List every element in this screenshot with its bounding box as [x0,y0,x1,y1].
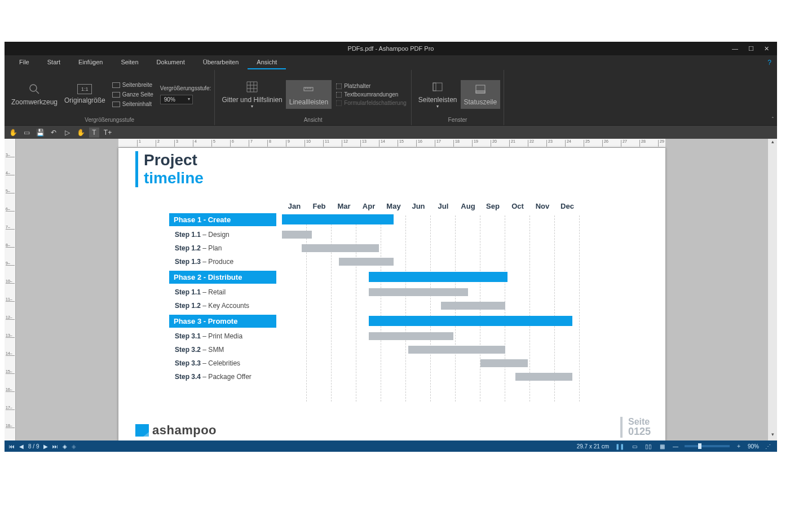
gantt-step-row: Step 1.2 – Plan [169,242,643,254]
prev-page-button[interactable]: ◀ [19,443,24,450]
page[interactable]: Project timeline JanFebMarAprMayJunJulAu… [118,148,665,440]
close-button[interactable]: ✕ [764,45,769,52]
quick-toolbar: ✋ ▭ 💾 ↶ ▷ ✋ T T+ [5,125,777,139]
view-mode-3-button[interactable]: ▯▯ [643,443,654,450]
month-header: Mar [332,202,356,210]
rulers-button[interactable]: Lineallleisten [286,80,332,108]
svg-rect-3 [433,83,442,91]
maximize-button[interactable]: ☐ [748,45,754,52]
gantt-phase-row: Phase 2 - Distribute [169,269,643,285]
canvas[interactable]: Project timeline JanFebMarAprMayJunJulAu… [16,148,768,440]
save-button[interactable]: 💾 [35,127,45,138]
gantt-bar [282,231,312,239]
textbox-borders-toggle[interactable]: Textboxumrandungen [335,91,408,98]
page-width-icon [112,82,120,88]
resize-grip-icon[interactable]: ⋰ [764,443,773,450]
nav-fwd-button[interactable]: ◈ [72,443,76,450]
zoom-in-button[interactable]: ＋ [734,442,743,450]
whole-page-icon [112,92,120,98]
minimize-button[interactable]: — [732,45,738,52]
last-page-button[interactable]: ⏭ [52,443,58,450]
month-header: Aug [456,202,480,210]
menu-item-start[interactable]: Start [38,56,69,69]
grid-icon [245,80,259,94]
menu-item-seiten[interactable]: Seiten [112,56,147,69]
text-tool-button[interactable]: T [89,127,99,138]
svg-rect-4 [433,83,436,91]
side-panel-icon [431,80,444,94]
scroll-down-icon[interactable]: ▾ [768,431,777,440]
gantt-step-row: Step 1.2 – Key Accounts [169,299,643,312]
first-page-button[interactable]: ⏮ [9,443,15,450]
zoom-out-button[interactable]: — [671,443,680,450]
svg-point-0 [30,85,37,91]
svg-rect-2 [304,87,313,91]
gantt-bar [441,302,505,310]
month-header: Nov [530,202,555,210]
undo-button[interactable]: ↶ [48,127,59,138]
original-size-button[interactable]: 1:1 Originalgröße [61,82,109,107]
gantt-phase-row: Phase 3 - Promote [169,313,643,329]
month-header: Jun [406,202,431,210]
next-page-button[interactable]: ▶ [43,443,48,450]
nav-back-button[interactable]: ◈ [63,443,67,450]
statusbar: ⏮ ◀ 8 / 9 ▶ ⏭ ◈ ◈ 29.7 x 21 cm ❚❚ ▭ ▯▯ ▦… [5,440,777,452]
page-content-icon [112,102,120,107]
ribbon-group-label: Ansicht [218,116,407,125]
gantt-step-row: Step 1.3 – Produce [169,256,643,268]
menu-item-dokument[interactable]: Dokument [148,56,194,69]
svg-line-1 [36,91,39,94]
page-width-button[interactable]: Seitenbreite [111,81,155,89]
gantt-step-row: Step 3.1 – Print Media [169,330,643,342]
vertical-ruler: 3–4–5–6–7–8–9–10–11–12–13–14–15–16–17–18… [5,139,16,440]
gantt-bar [515,373,572,381]
menu-item-file[interactable]: File [10,56,38,69]
menu-item-überarbeiten[interactable]: Überarbeiten [194,56,248,69]
grid-guides-button[interactable]: Gitter und Hilfslinien▾ [218,78,285,112]
pan-tool-button[interactable]: ✋ [76,127,86,138]
zoom-tool-button[interactable]: Zoomwerkzeug [8,80,61,108]
scroll-up-icon[interactable]: ▴ [768,139,777,148]
menu-item-ansicht[interactable]: Ansicht [248,56,286,69]
month-header: Oct [505,202,530,210]
ashampoo-icon [135,424,149,437]
gantt-bar [369,316,572,326]
page-dimensions: 29.7 x 21 cm [577,443,609,450]
zoom-level-label: Vergrößerungsstufe: [160,85,211,91]
status-line-button[interactable]: Statuszeile [461,80,501,108]
view-mode-4-button[interactable]: ▦ [658,443,667,450]
view-mode-1-button[interactable]: ❚❚ [614,443,626,450]
placeholder-toggle[interactable]: Platzhalter [335,82,408,90]
text-add-button[interactable]: T+ [103,127,113,138]
menu-item-einfügen[interactable]: Einfügen [69,56,112,69]
one-to-one-icon: 1:1 [77,84,92,94]
gantt-step-row: Step 3.4 – Package Offer [169,371,643,383]
hand-tool-button[interactable]: ✋ [8,127,18,138]
status-line-icon [474,82,487,96]
page-content-button[interactable]: Seiteninhalt [111,100,155,108]
ruler-icon [302,82,315,96]
vertical-scrollbar[interactable]: ▴ ▾ [768,139,777,440]
form-shading-toggle[interactable]: Formularfeldschattierung [335,99,408,107]
gantt-phase-row: Phase 1 - Create [169,212,643,227]
pointer-tool-button[interactable]: ▷ [62,127,72,138]
month-header: Feb [307,202,332,210]
gantt-chart: JanFebMarAprMayJunJulAugSepOctNovDec Pha… [169,202,643,383]
whole-page-button[interactable]: Ganze Seite [111,90,155,99]
month-header: May [381,202,406,210]
footer-page-number: Seite 0125 [620,417,651,438]
side-panels-button[interactable]: Seitenleisten▾ [415,78,461,112]
svg-rect-6 [476,91,485,93]
gantt-bar [302,244,378,252]
ribbon-collapse-button[interactable]: ˆ [772,117,774,123]
zoom-level-select[interactable]: 90% [160,95,193,104]
gantt-bar [480,359,528,367]
view-mode-2-button[interactable]: ▭ [630,443,639,450]
month-header: Dec [555,202,580,210]
open-button[interactable]: ▭ [21,127,32,138]
help-button[interactable]: ? [767,59,771,67]
horizontal-ruler: 1234567891011121314151617181920212223242… [118,139,665,148]
zoom-slider[interactable] [685,445,730,447]
month-header: Apr [356,202,381,210]
menubar: FileStartEinfügenSeitenDokumentÜberarbei… [5,55,777,70]
